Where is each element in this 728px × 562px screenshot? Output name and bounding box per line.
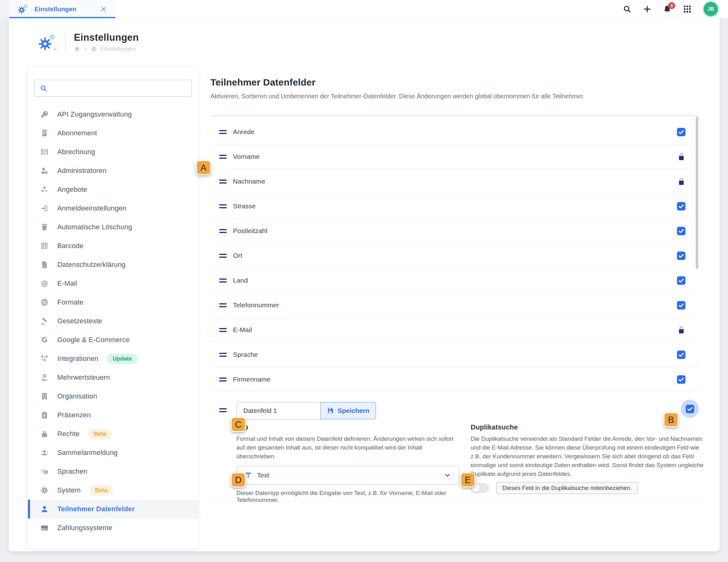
sidebar-item-icon: @ [40, 279, 49, 288]
drag-handle-icon[interactable] [219, 278, 227, 283]
sidebar-item[interactable]: Administratoren [28, 161, 198, 180]
field-row: Sprache [210, 343, 699, 367]
close-tab-icon[interactable] [100, 6, 107, 13]
typ-helper-text: Dieser Datentyp ermöglicht die Eingabe v… [236, 490, 459, 503]
home-icon[interactable] [74, 46, 80, 52]
sidebar-item[interactable]: System Beta [28, 481, 198, 500]
sidebar-item-icon [40, 167, 49, 175]
svg-text:G: G [41, 336, 48, 344]
typ-heading: Typ [236, 423, 459, 431]
field-enabled-checkbox[interactable] [686, 405, 694, 413]
drag-handle-icon[interactable] [219, 155, 227, 159]
sidebar-item[interactable]: Präsenzen [28, 406, 198, 425]
sidebar-item-icon: A★ [40, 467, 49, 476]
field-name-input[interactable] [236, 402, 320, 420]
field-enabled-checkbox[interactable] [677, 227, 685, 235]
svg-text:A: A [42, 470, 44, 473]
sidebar-item[interactable]: Teilnehmer Datenfelder [28, 500, 198, 518]
add-icon[interactable] [643, 5, 652, 13]
content-title: Teilnehmer Datenfelder [210, 77, 316, 88]
field-label: Sprache [233, 351, 677, 358]
settings-sidebar: API Zugangsverwaltung Abonnement Abrechn… [28, 67, 199, 549]
sidebar-item-icon [40, 242, 49, 250]
field-enabled-checkbox[interactable] [677, 351, 685, 359]
sidebar-item-icon [40, 223, 49, 231]
field-row: Strasse [210, 194, 699, 219]
sidebar-item[interactable]: Zahlungssysteme [28, 518, 198, 537]
scrollbar-thumb[interactable] [696, 116, 698, 269]
sidebar-item[interactable]: Integrationen Update [28, 349, 198, 368]
breadcrumb: Einstellungen [74, 45, 139, 52]
sidebar-item[interactable]: Automatische Löschung [28, 218, 198, 236]
tab-einstellungen[interactable]: Einstellungen [9, 0, 115, 18]
apps-grid-icon[interactable] [683, 5, 692, 13]
sidebar-item[interactable]: Formate [28, 293, 198, 312]
annotation-badge: E [460, 472, 475, 487]
field-label: Land [233, 276, 677, 284]
avatar[interactable]: JB [703, 1, 719, 17]
sidebar-item-label: Organisation [57, 392, 97, 400]
drag-handle-icon[interactable] [219, 204, 227, 208]
sidebar-item-label: E-Mail [57, 279, 77, 288]
sidebar-item-label: Anmeldeeinstellungen [57, 204, 126, 212]
sidebar-item[interactable]: G Google & E-Commerce [28, 331, 198, 349]
sidebar-item-icon: G [40, 336, 49, 344]
sidebar-item[interactable]: Gesetzestexte [28, 312, 198, 331]
sidebar-item[interactable]: Anmeldeeinstellungen [28, 199, 198, 218]
duplicate-search-section: Duplikatsuche Die Duplikatsuche verwende… [471, 423, 706, 494]
typ-select[interactable]: Text [236, 466, 459, 485]
content-subtitle: Aktivieren, Sortieren und Umbenennen der… [210, 93, 584, 100]
sidebar-item-label: Abonnement [57, 129, 97, 137]
sidebar-item[interactable]: Abonnement [28, 124, 198, 142]
field-enabled-checkbox[interactable] [677, 251, 685, 260]
drag-handle-icon[interactable] [219, 303, 227, 307]
sidebar-item-icon [40, 317, 49, 325]
drag-handle-icon[interactable] [219, 378, 227, 382]
drag-handle-icon[interactable] [219, 328, 227, 332]
drag-handle-icon[interactable] [219, 179, 227, 183]
sidebar-item-icon [40, 298, 49, 307]
sidebar-item[interactable]: Barcode [28, 236, 198, 255]
drag-handle-icon[interactable] [219, 130, 227, 134]
sidebar-item-icon [40, 129, 49, 137]
sidebar-search[interactable] [34, 80, 192, 97]
svg-text:$: $ [44, 374, 45, 378]
sidebar-item[interactable]: Angebote [28, 180, 198, 199]
drag-handle-icon[interactable] [219, 353, 227, 357]
field-enabled-checkbox[interactable] [677, 301, 685, 310]
sidebar-item-icon [40, 524, 49, 532]
drag-handle-icon[interactable] [219, 254, 227, 258]
sidebar-item[interactable]: @ E-Mail [28, 274, 198, 293]
save-button[interactable]: Speichern [320, 402, 376, 420]
field-enabled-checkbox[interactable] [677, 276, 685, 285]
search-input[interactable] [51, 85, 186, 92]
sidebar-item[interactable]: Rechte Beta [28, 425, 198, 443]
field-row: Postleitzahl [210, 219, 699, 243]
typ-description: Format und Inhalt von diesem Datenfeld d… [236, 435, 459, 461]
sidebar-item[interactable]: $ Mehrwertsteuern [28, 368, 198, 387]
datafields-list: Anrede Vorname Nachname [210, 115, 699, 501]
sidebar-item[interactable]: Abrechnung [28, 142, 198, 161]
typ-section: Typ Format und Inhalt von diesem Datenfe… [236, 423, 459, 503]
sidebar-item[interactable]: Sammelanmeldung [28, 443, 198, 462]
sidebar-item[interactable]: Datenschutzerklärung [28, 255, 198, 274]
search-icon[interactable] [623, 5, 632, 13]
new-field-editor: Speichern Typ Format und Inhalt von dies… [210, 392, 699, 501]
annotation-badge: A [196, 160, 211, 175]
sidebar-item[interactable]: API Zugangsverwaltung [28, 105, 198, 124]
field-row: Vorname [210, 144, 699, 169]
include-in-duplicate-search-button[interactable]: Dieses Feld in die Duplikatsuche miteinb… [496, 482, 638, 494]
sidebar-item-label: Angebote [57, 185, 87, 193]
sidebar-item[interactable]: Organisation [28, 387, 198, 406]
field-enabled-checkbox[interactable] [677, 202, 685, 210]
sidebar-item-label: Zahlungssysteme [57, 524, 112, 532]
sidebar-item-label: API Zugangsverwaltung [57, 110, 132, 118]
field-enabled-checkbox[interactable] [677, 128, 685, 136]
sidebar-item-badge: Beta [90, 485, 113, 496]
field-enabled-checkbox[interactable] [677, 375, 685, 384]
sidebar-item[interactable]: A★ Sprachen [28, 462, 198, 481]
field-name-group: Speichern [236, 402, 376, 420]
drag-handle-icon[interactable] [219, 229, 227, 233]
notifications-icon[interactable]: 3 [663, 5, 672, 13]
drag-handle-icon[interactable] [219, 408, 227, 412]
